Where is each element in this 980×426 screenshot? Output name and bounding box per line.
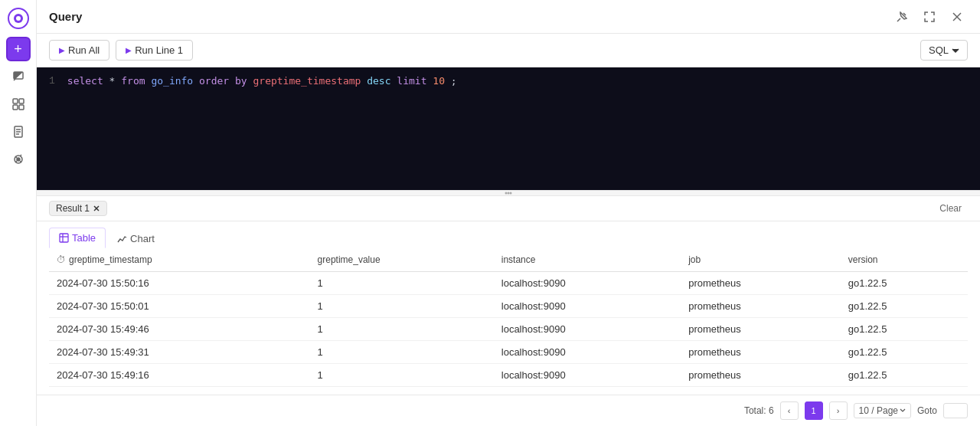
sidebar-item-add[interactable]: +: [6, 37, 31, 61]
cell-version: go1.22.5: [841, 295, 968, 318]
cell-job: prometheus: [681, 387, 841, 395]
svg-rect-21: [60, 234, 68, 242]
data-table-wrapper[interactable]: ⏱ greptime_timestamp greptime_value inst…: [37, 248, 980, 395]
play-all-icon: ▶: [59, 46, 65, 54]
svg-point-16: [505, 192, 508, 195]
cell-greptime_value: 1: [310, 318, 494, 341]
tab-table[interactable]: Table: [49, 228, 106, 248]
table-row: 2024-07-30 15:49:011localhost:9090promet…: [49, 387, 968, 395]
result-1-tab[interactable]: Result 1: [49, 201, 107, 216]
page-title: Query: [49, 10, 82, 23]
table-row: 2024-07-30 15:50:161localhost:9090promet…: [49, 272, 968, 295]
sidebar-item-messages[interactable]: [6, 64, 31, 89]
line-number: 1: [49, 75, 55, 87]
sidebar-item-grid[interactable]: [6, 92, 31, 116]
view-tabs: Table Chart: [37, 221, 980, 248]
chart-icon: [117, 234, 127, 244]
pin-button[interactable]: [891, 6, 913, 28]
col-header-value: greptime_value: [310, 248, 494, 272]
cell-job: prometheus: [681, 318, 841, 341]
expand-button[interactable]: [919, 6, 940, 28]
table-row: 2024-07-30 15:49:161localhost:9090promet…: [49, 364, 968, 387]
svg-rect-5: [19, 99, 24, 103]
chevron-down-icon: [952, 47, 959, 54]
col-header-timestamp: ⏱ greptime_timestamp: [49, 248, 310, 272]
tab-chart[interactable]: Chart: [107, 228, 165, 248]
sidebar: +: [0, 0, 37, 426]
sidebar-item-ai[interactable]: [6, 147, 31, 172]
cell-greptime_timestamp: 2024-07-30 15:50:16: [49, 272, 310, 295]
cell-greptime_timestamp: 2024-07-30 15:49:01: [49, 387, 310, 395]
sidebar-item-docs[interactable]: [6, 120, 31, 144]
table-icon: [59, 233, 69, 243]
per-page-selector[interactable]: 10 / Page: [854, 403, 911, 418]
cell-version: go1.22.5: [841, 341, 968, 364]
cell-version: go1.22.5: [841, 387, 968, 395]
cell-version: go1.22.5: [841, 272, 968, 295]
cell-greptime_value: 1: [310, 295, 494, 318]
code-editor[interactable]: 1 select * from go_info order by greptim…: [37, 67, 980, 190]
run-line-button[interactable]: ▶ Run Line 1: [116, 40, 193, 61]
header-actions: [891, 6, 968, 28]
cell-job: prometheus: [681, 341, 841, 364]
cell-greptime_timestamp: 2024-07-30 15:49:46: [49, 318, 310, 341]
cell-instance: localhost:9090: [494, 295, 681, 318]
per-page-chevron-icon: [900, 408, 906, 414]
close-button[interactable]: [946, 6, 968, 28]
cell-version: go1.22.5: [841, 318, 968, 341]
goto-label: Goto: [917, 405, 937, 416]
col-header-job: job: [681, 248, 841, 272]
col-header-version: version: [841, 248, 968, 272]
svg-rect-7: [19, 105, 24, 110]
results-area: Result 1 Clear Table: [37, 196, 980, 426]
result-tabs-bar: Result 1 Clear: [37, 196, 980, 221]
sql-language-selector[interactable]: SQL: [920, 40, 968, 61]
cell-instance: localhost:9090: [494, 364, 681, 387]
clock-icon: ⏱: [57, 254, 66, 265]
play-line-icon: ▶: [126, 46, 132, 54]
table-row: 2024-07-30 15:50:011localhost:9090promet…: [49, 295, 968, 318]
goto-input[interactable]: [943, 403, 968, 418]
col-header-instance: instance: [494, 248, 681, 272]
svg-point-18: [510, 192, 512, 195]
svg-point-2: [16, 16, 21, 21]
svg-rect-4: [13, 99, 18, 103]
cell-greptime_timestamp: 2024-07-30 15:49:16: [49, 364, 310, 387]
current-page[interactable]: 1: [805, 401, 823, 420]
table-body: 2024-07-30 15:50:161localhost:9090promet…: [49, 272, 968, 395]
table-row: 2024-07-30 15:49:461localhost:9090promet…: [49, 318, 968, 341]
cell-job: prometheus: [681, 364, 841, 387]
cell-job: prometheus: [681, 272, 841, 295]
code-content[interactable]: select * from go_info order by greptime_…: [67, 75, 457, 87]
drag-handle[interactable]: [37, 190, 980, 196]
cell-greptime_timestamp: 2024-07-30 15:50:01: [49, 295, 310, 318]
next-page-button[interactable]: ›: [829, 401, 848, 420]
table-header-row: ⏱ greptime_timestamp greptime_value inst…: [49, 248, 968, 272]
svg-point-13: [17, 158, 20, 161]
total-count: Total: 6: [744, 405, 774, 416]
cell-version: go1.22.5: [841, 364, 968, 387]
data-table: ⏱ greptime_timestamp greptime_value inst…: [49, 248, 968, 395]
cell-instance: localhost:9090: [494, 272, 681, 295]
table-row: 2024-07-30 15:49:311localhost:9090promet…: [49, 341, 968, 364]
clear-button[interactable]: Clear: [933, 202, 968, 215]
cell-instance: localhost:9090: [494, 387, 681, 395]
cell-greptime_value: 1: [310, 272, 494, 295]
cell-greptime_value: 1: [310, 364, 494, 387]
header: Query: [37, 0, 980, 34]
svg-point-17: [508, 192, 510, 195]
toolbar-left: ▶ Run All ▶ Run Line 1: [49, 40, 193, 61]
cell-greptime_value: 1: [310, 341, 494, 364]
cell-instance: localhost:9090: [494, 318, 681, 341]
main-content: Query ▶ Run: [37, 0, 980, 426]
cell-greptime_value: 1: [310, 387, 494, 395]
run-all-button[interactable]: ▶ Run All: [49, 40, 109, 61]
cell-instance: localhost:9090: [494, 341, 681, 364]
cell-greptime_timestamp: 2024-07-30 15:49:31: [49, 341, 310, 364]
app-logo[interactable]: [6, 6, 31, 31]
svg-rect-6: [13, 105, 18, 110]
close-result-icon[interactable]: [93, 205, 100, 212]
cell-job: prometheus: [681, 295, 841, 318]
pagination: Total: 6 ‹ 1 › 10 / Page Goto: [37, 395, 980, 426]
prev-page-button[interactable]: ‹: [780, 401, 799, 420]
